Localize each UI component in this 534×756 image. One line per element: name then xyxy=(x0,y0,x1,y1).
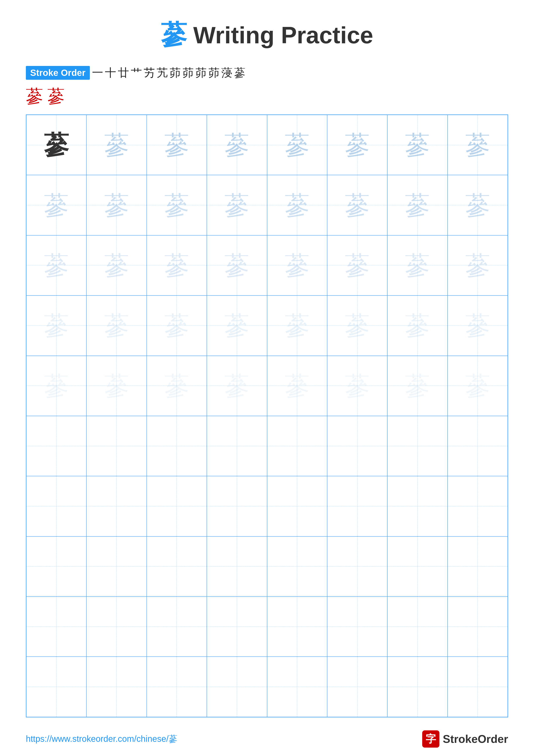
stroke-final-2: 蔘 xyxy=(47,85,64,108)
cell-r8-c1[interactable] xyxy=(26,536,87,597)
cell-r1-c5[interactable]: 蔘 xyxy=(267,115,327,175)
footer-url[interactable]: https://www.strokeorder.com/chinese/蔘 xyxy=(26,733,177,745)
cell-r9-c5[interactable] xyxy=(267,597,327,657)
cell-r5-c6[interactable]: 蔘 xyxy=(327,356,387,416)
cell-r8-c4[interactable] xyxy=(207,536,267,597)
cell-r7-c6[interactable] xyxy=(327,476,387,536)
cell-r7-c4[interactable] xyxy=(207,476,267,536)
char-r4-c3: 蔘 xyxy=(147,296,207,355)
char-r4-c8: 蔘 xyxy=(448,296,507,355)
cell-r6-c5[interactable] xyxy=(267,416,327,476)
cell-r10-c3[interactable] xyxy=(147,657,207,717)
cell-r10-c8[interactable] xyxy=(447,657,508,717)
cell-r3-c1[interactable]: 蔘 xyxy=(26,235,87,295)
cell-r6-c4[interactable] xyxy=(207,416,267,476)
cell-r7-c2[interactable] xyxy=(87,476,146,536)
cell-r6-c6[interactable] xyxy=(327,416,387,476)
cell-r2-c4[interactable]: 蔘 xyxy=(207,175,267,235)
cell-r4-c4[interactable]: 蔘 xyxy=(207,295,267,356)
cell-r6-c2[interactable] xyxy=(87,416,146,476)
cell-r5-c7[interactable]: 蔘 xyxy=(387,356,447,416)
cell-r8-c7[interactable] xyxy=(387,536,447,597)
cell-r8-c3[interactable] xyxy=(147,536,207,597)
cell-r4-c5[interactable]: 蔘 xyxy=(267,295,327,356)
cell-r4-c6[interactable]: 蔘 xyxy=(327,295,387,356)
cell-r9-c3[interactable] xyxy=(147,597,207,657)
cell-r5-c4[interactable]: 蔘 xyxy=(207,356,267,416)
cell-r4-c1[interactable]: 蔘 xyxy=(26,295,87,356)
cell-r9-c4[interactable] xyxy=(207,597,267,657)
cell-r5-c2[interactable]: 蔘 xyxy=(87,356,146,416)
cell-r3-c6[interactable]: 蔘 xyxy=(327,235,387,295)
cell-r2-c3[interactable]: 蔘 xyxy=(147,175,207,235)
cell-r3-c3[interactable]: 蔘 xyxy=(147,235,207,295)
cell-r1-c1[interactable]: 蔘 xyxy=(26,115,87,175)
cell-r8-c2[interactable] xyxy=(87,536,146,597)
cell-r10-c4[interactable] xyxy=(207,657,267,717)
cell-r7-c8[interactable] xyxy=(447,476,508,536)
cell-r1-c7[interactable]: 蔘 xyxy=(387,115,447,175)
stroke-10: 茆 xyxy=(208,65,219,80)
stroke-11: 蓡 xyxy=(221,65,232,80)
cell-r1-c8[interactable]: 蔘 xyxy=(447,115,508,175)
cell-r7-c3[interactable] xyxy=(147,476,207,536)
cell-r10-c1[interactable] xyxy=(26,657,87,717)
cell-r9-c2[interactable] xyxy=(87,597,146,657)
cell-r1-c3[interactable]: 蔘 xyxy=(147,115,207,175)
char-r3-c7: 蔘 xyxy=(388,235,447,295)
cell-r10-c7[interactable] xyxy=(387,657,447,717)
cell-r5-c1[interactable]: 蔘 xyxy=(26,356,87,416)
char-r4-c2: 蔘 xyxy=(87,296,146,355)
char-r3-c3: 蔘 xyxy=(147,235,207,295)
cell-r1-c2[interactable]: 蔘 xyxy=(87,115,146,175)
cell-r6-c7[interactable] xyxy=(387,416,447,476)
char-r3-c2: 蔘 xyxy=(87,235,146,295)
stroke-9: 茆 xyxy=(195,65,207,80)
cell-r2-c6[interactable]: 蔘 xyxy=(327,175,387,235)
cell-r10-c5[interactable] xyxy=(267,657,327,717)
cell-r2-c5[interactable]: 蔘 xyxy=(267,175,327,235)
cell-r5-c3[interactable]: 蔘 xyxy=(147,356,207,416)
cell-r9-c7[interactable] xyxy=(387,597,447,657)
cell-r2-c1[interactable]: 蔘 xyxy=(26,175,87,235)
char-r2-c2: 蔘 xyxy=(87,175,146,235)
cell-r6-c3[interactable] xyxy=(147,416,207,476)
cell-r7-c1[interactable] xyxy=(26,476,87,536)
cell-r1-c6[interactable]: 蔘 xyxy=(327,115,387,175)
cell-r2-c7[interactable]: 蔘 xyxy=(387,175,447,235)
cell-r3-c7[interactable]: 蔘 xyxy=(387,235,447,295)
cell-r5-c5[interactable]: 蔘 xyxy=(267,356,327,416)
cell-r6-c8[interactable] xyxy=(447,416,508,476)
cell-r8-c6[interactable] xyxy=(327,536,387,597)
cell-r7-c7[interactable] xyxy=(387,476,447,536)
cell-r3-c2[interactable]: 蔘 xyxy=(87,235,146,295)
char-r2-c3: 蔘 xyxy=(147,175,207,235)
cell-r3-c4[interactable]: 蔘 xyxy=(207,235,267,295)
char-r2-c7: 蔘 xyxy=(388,175,447,235)
cell-r4-c3[interactable]: 蔘 xyxy=(147,295,207,356)
char-r1-c3: 蔘 xyxy=(147,115,207,175)
char-r1-c6: 蔘 xyxy=(327,115,387,175)
cell-r1-c4[interactable]: 蔘 xyxy=(207,115,267,175)
cell-r8-c8[interactable] xyxy=(447,536,508,597)
cell-r10-c2[interactable] xyxy=(87,657,146,717)
cell-r2-c2[interactable]: 蔘 xyxy=(87,175,146,235)
cell-r6-c1[interactable] xyxy=(26,416,87,476)
cell-r2-c8[interactable]: 蔘 xyxy=(447,175,508,235)
char-r1-c4: 蔘 xyxy=(207,115,267,175)
cell-r8-c5[interactable] xyxy=(267,536,327,597)
cell-r3-c5[interactable]: 蔘 xyxy=(267,235,327,295)
cell-r5-c8[interactable]: 蔘 xyxy=(447,356,508,416)
cell-r9-c6[interactable] xyxy=(327,597,387,657)
cell-r10-c6[interactable] xyxy=(327,657,387,717)
cell-r4-c7[interactable]: 蔘 xyxy=(387,295,447,356)
cell-r9-c1[interactable] xyxy=(26,597,87,657)
cell-r7-c5[interactable] xyxy=(267,476,327,536)
cell-r9-c8[interactable] xyxy=(447,597,508,657)
cell-r4-c8[interactable]: 蔘 xyxy=(447,295,508,356)
char-r1-c2: 蔘 xyxy=(87,115,146,175)
cell-r3-c8[interactable]: 蔘 xyxy=(447,235,508,295)
footer-logo: 字 StrokeOrder xyxy=(422,730,508,747)
cell-r4-c2[interactable]: 蔘 xyxy=(87,295,146,356)
char-r5-c2: 蔘 xyxy=(87,356,146,416)
